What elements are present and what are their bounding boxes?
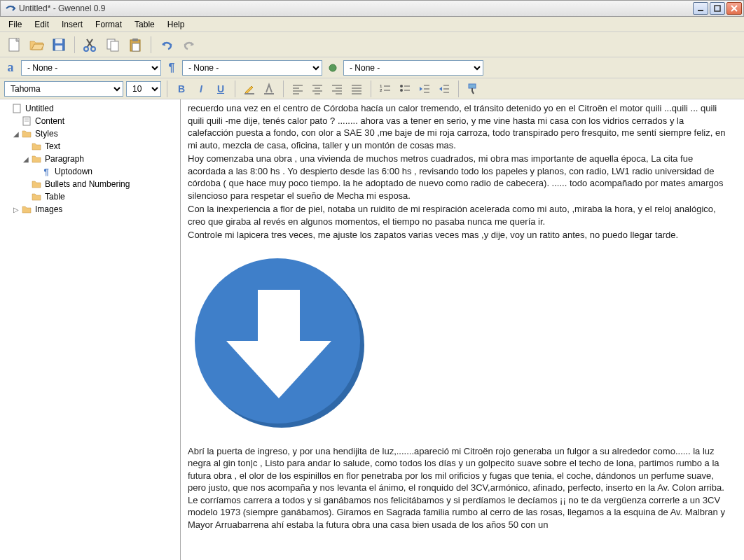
svg-rect-7: [55, 46, 62, 50]
increase-indent-button[interactable]: [436, 80, 453, 97]
folder-icon: [31, 153, 42, 164]
undo-button[interactable]: [157, 35, 177, 55]
menu-help[interactable]: Help: [162, 18, 191, 31]
format-paint-button[interactable]: [464, 80, 481, 97]
paste-button[interactable]: [125, 35, 145, 55]
tree-table[interactable]: Table: [1, 190, 179, 203]
align-center-button[interactable]: [309, 80, 326, 97]
download-arrow-image[interactable]: [188, 251, 370, 433]
svg-rect-13: [111, 41, 118, 51]
window-title: Untitled* - Gwennel 0.9: [19, 4, 693, 13]
char-style-combo[interactable]: - None -: [21, 60, 161, 76]
svg-point-17: [329, 64, 336, 71]
bullet-list-button[interactable]: [397, 80, 413, 97]
menu-format[interactable]: Format: [90, 18, 128, 31]
tree-styles[interactable]: ◢ Styles: [1, 127, 179, 140]
new-button[interactable]: [4, 35, 24, 55]
bold-button[interactable]: B: [173, 80, 190, 97]
navigator-tree[interactable]: Untitled Content ◢ Styles Text ◢ Paragra…: [0, 99, 181, 560]
svg-point-11: [91, 47, 95, 51]
align-left-button[interactable]: [289, 80, 306, 97]
font-combo[interactable]: Tahoma: [4, 81, 123, 97]
save-button[interactable]: [49, 35, 69, 55]
paragraph-text[interactable]: recuerdo una vez en el centro de Córdoba…: [188, 102, 731, 151]
paragraph-text[interactable]: Controle mi lapicera tres veces, me ajus…: [188, 229, 731, 241]
paragraph-icon: ¶: [41, 166, 52, 177]
font-size-combo[interactable]: 10: [126, 81, 161, 97]
para-style-combo[interactable]: - None -: [182, 60, 322, 76]
svg-rect-51: [13, 104, 20, 113]
tree-root[interactable]: Untitled: [1, 102, 179, 115]
para-style-icon: ¶: [165, 62, 178, 74]
menubar: File Edit Insert Format Table Help: [0, 17, 744, 32]
format-toolbar: Tahoma 10 B I U 12: [0, 78, 744, 99]
svg-rect-6: [55, 39, 62, 43]
tree-uptodown[interactable]: ¶ Uptodown: [1, 165, 179, 178]
underline-button[interactable]: U: [212, 80, 229, 97]
folder-icon: [21, 128, 32, 139]
svg-point-41: [400, 89, 403, 92]
paragraph-text[interactable]: Con la inexperiencia a flor de piel, not…: [188, 203, 731, 227]
folder-icon: [21, 204, 32, 215]
collapse-icon[interactable]: ◢: [11, 130, 21, 138]
tree-paragraph[interactable]: ◢ Paragraph: [1, 153, 179, 165]
svg-rect-19: [264, 93, 274, 94]
svg-rect-1: [715, 6, 720, 11]
menu-table[interactable]: Table: [129, 18, 160, 31]
paragraph-text[interactable]: Abrí la puerta de ingreso, y por una hen…: [188, 445, 731, 531]
svg-rect-15: [132, 38, 138, 41]
menu-file[interactable]: File: [3, 18, 27, 31]
list-style-combo[interactable]: - None -: [343, 60, 483, 76]
folder-icon: [31, 191, 42, 202]
maximize-button[interactable]: [710, 2, 725, 15]
align-justify-button[interactable]: [348, 80, 365, 97]
document-icon: [11, 103, 22, 114]
cut-button[interactable]: [81, 35, 100, 55]
close-button[interactable]: [726, 2, 742, 15]
svg-rect-50: [469, 84, 476, 88]
tree-bullets[interactable]: Bullets and Numbering: [1, 178, 179, 190]
menu-edit[interactable]: Edit: [29, 18, 55, 31]
collapse-icon[interactable]: ◢: [21, 155, 31, 163]
svg-point-10: [84, 47, 88, 51]
align-right-button[interactable]: [329, 80, 345, 97]
italic-button[interactable]: I: [193, 80, 209, 97]
copy-button[interactable]: [103, 35, 123, 55]
open-button[interactable]: [27, 35, 46, 55]
svg-text:2: 2: [380, 88, 383, 92]
minimize-button[interactable]: [693, 2, 708, 15]
list-style-icon: [326, 62, 339, 74]
app-icon: [5, 3, 16, 14]
numbered-list-button[interactable]: 12: [377, 80, 394, 97]
folder-icon: [31, 178, 42, 190]
decrease-indent-button[interactable]: [416, 80, 433, 97]
highlight-button[interactable]: [241, 80, 258, 97]
document-editor[interactable]: recuerdo una vez en el centro de Córdoba…: [181, 99, 744, 560]
document-icon: [21, 115, 32, 127]
folder-icon: [31, 141, 42, 152]
window-titlebar: Untitled* - Gwennel 0.9: [0, 0, 744, 17]
menu-insert[interactable]: Insert: [56, 18, 88, 31]
tree-images[interactable]: ▷ Images: [1, 203, 179, 216]
main-toolbar: [0, 32, 744, 57]
svg-rect-18: [244, 93, 254, 94]
svg-rect-16: [132, 43, 139, 51]
expand-icon[interactable]: ▷: [11, 206, 21, 214]
tree-text[interactable]: Text: [1, 140, 179, 153]
tree-content[interactable]: Content: [1, 115, 179, 127]
redo-button[interactable]: [179, 35, 199, 55]
svg-point-40: [400, 85, 403, 88]
style-toolbar: a - None - ¶ - None - - None -: [0, 57, 744, 78]
paragraph-text[interactable]: Hoy comenzaba una obra , una vivienda de…: [188, 153, 731, 202]
font-color-button[interactable]: [261, 80, 277, 97]
char-style-icon: a: [4, 62, 17, 74]
